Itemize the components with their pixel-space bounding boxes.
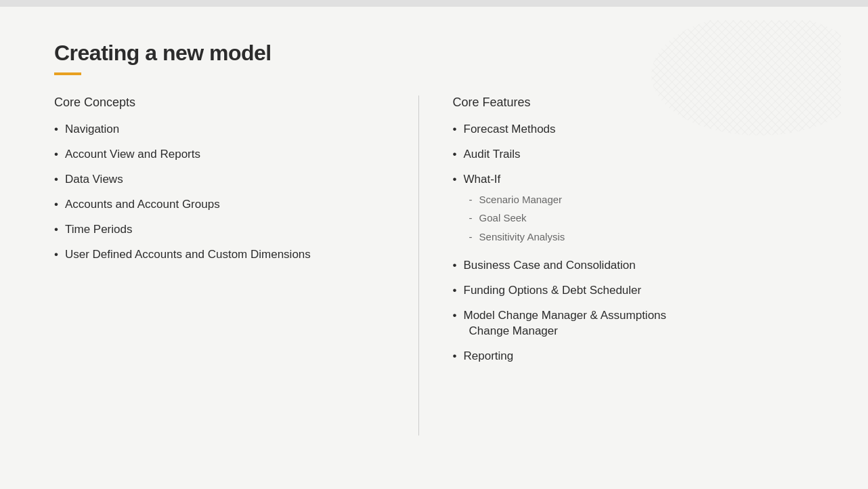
item-label: Time Periods	[65, 222, 133, 238]
sub-list-item: - Sensitivity Analysis	[469, 230, 565, 244]
bg-decoration	[611, 20, 841, 142]
item-label: Funding Options & Debt Scheduler	[464, 283, 642, 299]
list-item: • User Defined Accounts and Custom Dimen…	[54, 247, 391, 263]
right-column: Core Features • Forecast Methods • Audit…	[419, 95, 814, 435]
bullet-dot: •	[453, 349, 457, 364]
sub-item-label: Sensitivity Analysis	[479, 230, 565, 244]
top-bar	[0, 0, 868, 7]
bullet-dot: •	[54, 147, 58, 163]
core-concepts-title: Core Concepts	[54, 95, 391, 110]
bullet-dot: •	[453, 122, 457, 137]
bullet-dot: •	[54, 197, 58, 213]
whatif-sublist: - Scenario Manager - Goal Seek - Sensiti…	[469, 193, 565, 249]
bullet-dot: •	[54, 247, 58, 263]
list-item-mcm: • Model Change Manager & Assumptions Cha…	[453, 308, 814, 339]
item-label: User Defined Accounts and Custom Dimensi…	[65, 247, 311, 263]
item-label: Account View and Reports	[65, 147, 200, 163]
core-concepts-list: • Navigation • Account View and Reports …	[54, 122, 391, 263]
mcm-second-line: Change Manager	[453, 324, 558, 339]
list-item: • Accounts and Account Groups	[54, 197, 391, 213]
mcm-first-line: • Model Change Manager & Assumptions	[453, 308, 667, 324]
bullet-dot: •	[54, 122, 58, 137]
bullet-dot: •	[54, 222, 58, 238]
list-item: • Reporting	[453, 349, 814, 364]
bullet-dot: •	[453, 258, 457, 274]
what-if-header: • What-If	[453, 172, 501, 188]
sub-list-item: - Goal Seek	[469, 211, 565, 225]
list-item: • Data Views	[54, 172, 391, 188]
item-label: Audit Trails	[464, 147, 521, 163]
bullet-dot: •	[453, 147, 457, 163]
item-label: What-If	[464, 172, 501, 188]
item-label: Reporting	[464, 349, 514, 364]
item-label: Navigation	[65, 122, 119, 137]
list-item-whatif: • What-If - Scenario Manager - Goal Seek	[453, 172, 814, 249]
sub-item-label: Scenario Manager	[479, 193, 563, 207]
left-column: Core Concepts • Navigation • Account Vie…	[54, 95, 419, 435]
sub-dash: -	[469, 230, 473, 244]
bullet-dot: •	[453, 308, 457, 324]
list-item: • Audit Trails	[453, 147, 814, 163]
svg-point-2	[651, 20, 841, 135]
list-item: • Funding Options & Debt Scheduler	[453, 283, 814, 299]
item-label: Model Change Manager & Assumptions	[464, 308, 667, 324]
bullet-dot: •	[453, 283, 457, 299]
list-item: • Navigation	[54, 122, 391, 137]
content-area: Core Concepts • Navigation • Account Vie…	[54, 95, 814, 435]
sub-dash: -	[469, 211, 473, 225]
item-label: Business Case and Consolidation	[464, 258, 636, 274]
list-item: • Time Periods	[54, 222, 391, 238]
core-features-list: • Forecast Methods • Audit Trails • What…	[453, 122, 814, 364]
item-label: Accounts and Account Groups	[65, 197, 220, 213]
list-item: • Account View and Reports	[54, 147, 391, 163]
sub-dash: -	[469, 193, 473, 207]
item-label: Data Views	[65, 172, 123, 188]
bullet-dot: •	[54, 172, 58, 188]
list-item: • Business Case and Consolidation	[453, 258, 814, 274]
sub-list-item: - Scenario Manager	[469, 193, 565, 207]
title-underline	[54, 72, 81, 75]
bullet-dot: •	[453, 172, 457, 188]
item-label: Forecast Methods	[464, 122, 556, 137]
sub-item-label: Goal Seek	[479, 211, 527, 225]
slide-container: Creating a new model Core Concepts • Nav…	[0, 7, 868, 489]
